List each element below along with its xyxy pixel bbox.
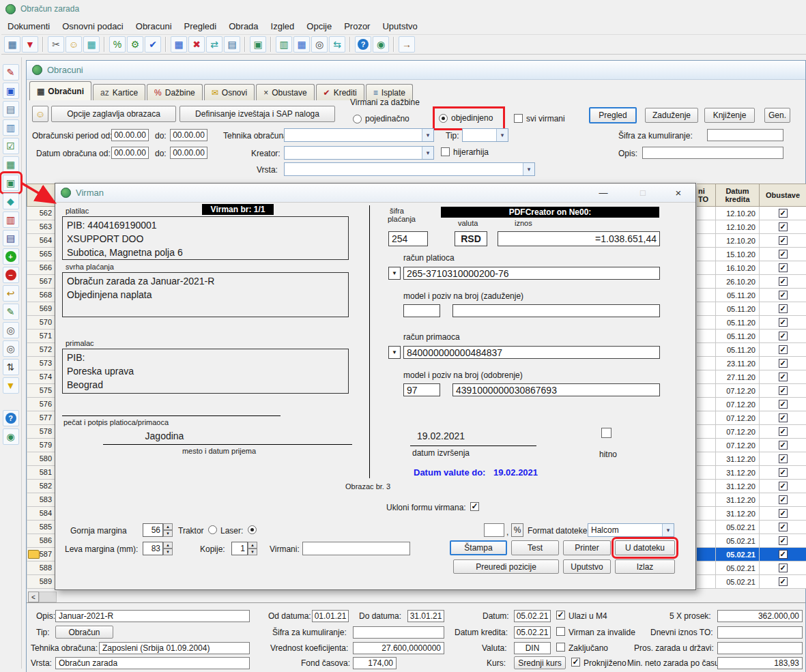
row-number[interactable]: 586 — [27, 534, 55, 548]
document-button[interactable]: ▤ — [3, 101, 19, 117]
table-row[interactable]: 05.02.21 — [697, 534, 806, 548]
spin-down-icon[interactable]: ▼ — [163, 549, 173, 555]
obustava-checkbox[interactable] — [779, 523, 788, 531]
gornja-margina-spinner[interactable]: 56 ▲▼ — [143, 523, 173, 537]
menu-item-izgled[interactable]: Izgled — [265, 18, 301, 34]
obustava-checkbox[interactable] — [779, 277, 788, 286]
f-tehnika-field[interactable]: Zaposleni (Srbija 01.09.2004) — [99, 642, 250, 654]
gornja-margina-value[interactable]: 56 — [143, 523, 163, 537]
table-row[interactable]: 31.12.20 — [697, 452, 806, 466]
virmani-field[interactable] — [302, 542, 410, 555]
menu-item-obrada[interactable]: Obrada — [222, 18, 264, 34]
tip-combo[interactable] — [462, 128, 508, 142]
obustava-checkbox[interactable] — [779, 509, 788, 518]
u-datoteku-button[interactable]: U datoteku — [615, 540, 675, 555]
svi-virmani-label[interactable]: svi virmani — [526, 114, 565, 123]
menu-item-dokumenti[interactable]: Dokumenti — [1, 18, 56, 34]
racun-platioca-field[interactable]: 265-3710310000200-76 — [403, 267, 660, 280]
gears-button[interactable]: ⚙ — [127, 36, 143, 53]
table-row[interactable]: 07.12.20 — [697, 439, 806, 452]
calendar-button[interactable]: ▦ — [83, 36, 100, 53]
binoculars-plus-button[interactable]: ◎ — [3, 340, 19, 357]
menu-item-obracuni[interactable]: Obracuni — [130, 18, 178, 34]
zakljucano-label[interactable]: Zaključano — [568, 643, 608, 653]
test-button[interactable]: Test — [511, 540, 559, 555]
menu-item-osnovni-podaci[interactable]: Osnovni podaci — [56, 18, 130, 34]
table-row[interactable]: 07.12.20 — [697, 425, 806, 439]
svi-virmani-checkbox[interactable] — [514, 114, 523, 123]
row-number[interactable]: 587 — [27, 548, 55, 561]
obustava-checkbox[interactable] — [779, 359, 788, 368]
laser-label[interactable]: Laser: — [220, 526, 243, 536]
row-number[interactable]: 574 — [27, 370, 55, 384]
stampa-button[interactable]: Štampa — [450, 540, 507, 555]
copy-button[interactable]: ▣ — [250, 36, 266, 53]
book-button[interactable]: ▥ — [276, 36, 292, 53]
filter-red-button[interactable]: ▼ — [22, 36, 38, 53]
tip-button[interactable]: Obračun — [55, 626, 113, 639]
col-header-obustave[interactable]: Obustave — [760, 184, 806, 207]
spin-up-icon[interactable]: ▲ — [163, 523, 173, 530]
user-key-button[interactable]: ☺ — [32, 106, 48, 122]
obracuni-titlebar[interactable]: Obracuni — [27, 61, 805, 80]
chevron-down-icon[interactable] — [496, 129, 508, 141]
table-row[interactable]: 07.12.20 — [697, 384, 806, 398]
row-number[interactable]: 571 — [27, 330, 55, 343]
sifra-kumuliranje-field[interactable] — [707, 129, 783, 141]
tab-osnovi[interactable]: ✉Osnovi — [204, 84, 255, 100]
objedinjeno-label[interactable]: objedinjeno — [451, 113, 493, 123]
table-blue-button[interactable]: ▦ — [171, 36, 187, 53]
izlaz-button[interactable]: Izlaz — [615, 559, 675, 574]
spinner-buttons[interactable]: ▲▼ — [163, 523, 173, 537]
obustava-checkbox[interactable] — [779, 372, 788, 381]
obustava-checkbox[interactable] — [779, 495, 788, 504]
ukloni-formu-checkbox[interactable] — [470, 502, 479, 511]
min-zarada-field[interactable]: 183,93 — [717, 657, 803, 669]
spinner-buttons[interactable]: ▲▼ — [248, 542, 257, 555]
obustava-checkbox[interactable] — [779, 291, 788, 300]
racun-platioca-dropdown-icon[interactable] — [388, 267, 401, 280]
knjizenje-button[interactable]: Knjiženje — [704, 108, 755, 123]
checklist-button[interactable]: ☑ — [3, 138, 19, 154]
obustava-checkbox[interactable] — [779, 482, 788, 491]
datum-izvrsenja-value[interactable]: 19.02.2021 — [417, 430, 465, 441]
racun-primaoca-field[interactable]: 840000000000484837 — [403, 346, 660, 359]
table-row[interactable]: 05.02.21 — [697, 575, 806, 589]
tab-kartice[interactable]: azKartice — [93, 84, 145, 100]
table-row[interactable]: 05.11.20 — [697, 343, 806, 357]
arrows-button[interactable]: ⇆ — [329, 36, 345, 53]
primalac-box[interactable]: PIB: Poreska uprava Beograd — [62, 349, 349, 394]
ulazi-m4-checkbox[interactable] — [556, 611, 565, 619]
f-datum-field[interactable]: 05.02.21 — [514, 610, 551, 622]
binoculars-button[interactable]: ◎ — [3, 322, 19, 338]
table-row[interactable]: 31.12.20 — [697, 480, 806, 493]
hscroll-left-button[interactable]: < — [28, 591, 39, 602]
row-number[interactable]: 583 — [27, 493, 55, 507]
obustava-checkbox[interactable] — [779, 222, 788, 231]
kreator-combo[interactable] — [284, 146, 434, 160]
table-row[interactable]: 12.10.20 — [697, 220, 806, 234]
definisanje-izvestaja-button[interactable]: Definisanje izveštaja i SAP naloga — [179, 106, 335, 122]
printer-button[interactable]: Printer — [563, 540, 611, 555]
table-green-button[interactable]: ▦ — [3, 156, 19, 173]
laser-radio[interactable] — [248, 525, 257, 534]
row-number[interactable]: 564 — [27, 234, 55, 248]
gen-button[interactable]: Gen. — [764, 108, 790, 123]
user-button[interactable]: ☺ — [66, 36, 82, 53]
obustava-checkbox[interactable] — [779, 304, 788, 313]
hitno-checkbox[interactable] — [601, 428, 611, 438]
chevron-down-icon[interactable] — [523, 163, 534, 175]
obustava-checkbox[interactable] — [779, 536, 788, 545]
koeficijent-field[interactable]: 27.600,0000000 — [353, 642, 444, 654]
obustava-checkbox[interactable] — [779, 386, 788, 395]
obustava-checkbox[interactable] — [779, 332, 788, 340]
chevron-down-icon[interactable] — [422, 147, 433, 159]
chevron-down-icon[interactable] — [422, 129, 433, 141]
table-row[interactable]: 23.11.20 — [697, 357, 806, 370]
dnevni-field[interactable] — [717, 626, 803, 639]
datum-kredita-field[interactable]: 05.02.21 — [514, 626, 551, 639]
table-row[interactable]: 05.02.21 — [697, 548, 806, 561]
format-datoteke-combo[interactable]: Halcom — [588, 523, 674, 537]
datum-od-field[interactable]: 00.00.00 — [111, 147, 149, 159]
mesto-value[interactable]: Jagodina — [96, 430, 233, 441]
